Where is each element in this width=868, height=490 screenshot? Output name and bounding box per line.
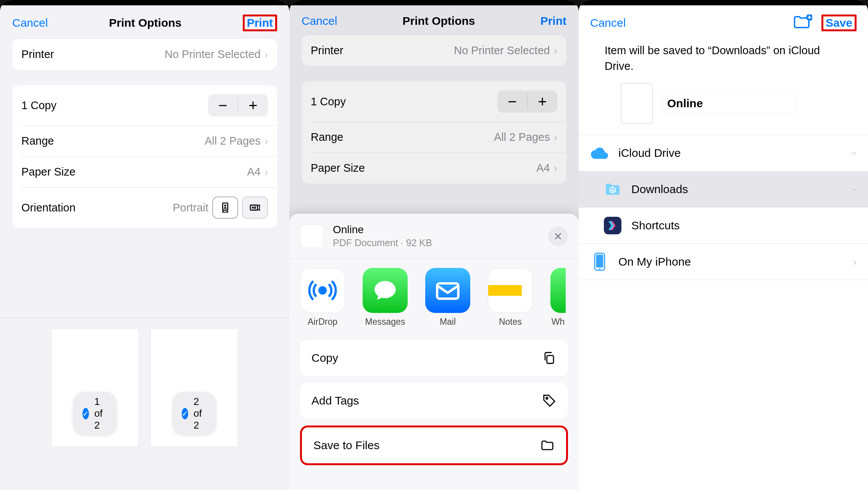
preview-page-1[interactable]: ✓1 of 2 bbox=[51, 329, 139, 447]
orientation-label: Orientation bbox=[21, 201, 76, 214]
paper-size-label: Paper Size bbox=[311, 162, 365, 174]
paper-size-value: A4 bbox=[536, 162, 550, 174]
filename-input[interactable]: Online bbox=[662, 93, 795, 114]
print-button[interactable]: Print bbox=[540, 15, 566, 27]
chevron-down-icon: › bbox=[849, 152, 861, 155]
range-value: All 2 Pages bbox=[205, 135, 261, 147]
chevron-right-icon: › bbox=[554, 131, 557, 143]
icloud-icon bbox=[590, 143, 609, 163]
page-badge-2[interactable]: ✓2 of 2 bbox=[173, 392, 216, 435]
printer-label: Printer bbox=[21, 48, 54, 61]
landscape-icon bbox=[249, 201, 261, 214]
new-folder-button[interactable] bbox=[793, 15, 812, 31]
location-on-my-iphone[interactable]: On My iPhone › bbox=[579, 244, 868, 280]
cancel-button[interactable]: Cancel bbox=[302, 15, 337, 27]
share-app-airdrop[interactable]: AirDrop bbox=[300, 268, 345, 327]
paper-size-label: Paper Size bbox=[21, 166, 76, 178]
print-button[interactable]: Print bbox=[247, 16, 273, 29]
printer-row[interactable]: Printer No Printer Selected› bbox=[302, 35, 566, 66]
share-filename: Online bbox=[333, 224, 367, 237]
copy-icon bbox=[542, 351, 557, 365]
decrement-button[interactable]: − bbox=[208, 94, 238, 116]
svg-rect-6 bbox=[547, 356, 553, 364]
orientation-portrait-button[interactable] bbox=[212, 197, 238, 219]
highlight-save: Save bbox=[821, 15, 857, 31]
folder-plus-icon bbox=[793, 15, 812, 30]
shortcuts-icon bbox=[603, 216, 622, 235]
svg-point-1 bbox=[224, 205, 226, 206]
paper-size-value: A4 bbox=[247, 166, 260, 178]
page-title: Print Options bbox=[109, 16, 182, 29]
iphone-icon bbox=[590, 252, 609, 271]
share-app-messages[interactable]: Messages bbox=[363, 268, 408, 327]
share-app-notes[interactable]: Notes bbox=[488, 268, 533, 327]
close-icon bbox=[554, 232, 562, 240]
mail-icon bbox=[425, 268, 470, 313]
range-row[interactable]: Range All 2 Pages› bbox=[12, 126, 277, 156]
location-shortcuts[interactable]: Shortcuts bbox=[579, 208, 868, 244]
page-title: Print Options bbox=[403, 15, 475, 27]
location-icloud-drive[interactable]: iCloud Drive › bbox=[579, 135, 868, 171]
tag-icon bbox=[542, 393, 557, 408]
chevron-right-icon: › bbox=[265, 166, 268, 178]
checkmark-icon: ✓ bbox=[82, 408, 89, 419]
copies-row: 1 Copy − + bbox=[12, 85, 277, 126]
svg-point-4 bbox=[319, 287, 326, 293]
svg-rect-2 bbox=[250, 205, 258, 210]
increment-button[interactable]: + bbox=[238, 94, 268, 116]
range-label: Range bbox=[21, 135, 54, 147]
file-thumbnail bbox=[621, 83, 653, 124]
share-sheet: Online PDF Document · 92 KB AirDrop Mess… bbox=[289, 214, 579, 490]
close-button[interactable] bbox=[548, 226, 568, 246]
range-label: Range bbox=[311, 131, 343, 143]
share-app-whatsapp[interactable]: Wh bbox=[550, 268, 566, 327]
cancel-button[interactable]: Cancel bbox=[12, 16, 48, 29]
folder-downloads-icon bbox=[603, 180, 622, 199]
cancel-button[interactable]: Cancel bbox=[590, 16, 626, 29]
svg-point-13 bbox=[599, 268, 600, 270]
copies-label: 1 Copy bbox=[311, 95, 346, 108]
save-button[interactable]: Save bbox=[826, 16, 852, 29]
highlight-print: Print bbox=[243, 15, 277, 31]
svg-rect-5 bbox=[437, 284, 458, 299]
location-downloads[interactable]: Downloads › bbox=[579, 171, 868, 208]
range-value: All 2 Pages bbox=[494, 131, 550, 143]
decrement-button[interactable]: − bbox=[497, 90, 527, 113]
copies-row: 1 Copy − + bbox=[302, 81, 566, 122]
paper-size-row[interactable]: Paper Size A4› bbox=[12, 156, 277, 187]
increment-button[interactable]: + bbox=[528, 90, 557, 113]
chevron-right-icon: › bbox=[554, 45, 557, 57]
airdrop-icon bbox=[300, 268, 345, 313]
copy-action[interactable]: Copy bbox=[300, 340, 568, 376]
checkmark-icon: ✓ bbox=[182, 408, 188, 419]
save-description: Item will be saved to “Downloads” on iCl… bbox=[579, 39, 868, 83]
notes-icon bbox=[488, 268, 533, 313]
share-app-mail[interactable]: Mail bbox=[425, 268, 470, 327]
svg-rect-12 bbox=[596, 255, 603, 268]
add-tags-action[interactable]: Add Tags bbox=[300, 383, 568, 419]
preview-page-2[interactable]: ✓2 of 2 bbox=[150, 329, 238, 447]
copies-label: 1 Copy bbox=[21, 99, 56, 112]
share-meta: PDF Document · 92 KB bbox=[333, 237, 539, 248]
printer-label: Printer bbox=[311, 44, 343, 57]
page-preview: ✓1 of 2 ✓2 of 2 bbox=[0, 318, 289, 490]
chevron-right-icon: › bbox=[554, 162, 557, 174]
copies-stepper: − + bbox=[497, 90, 557, 113]
folder-icon bbox=[540, 438, 555, 453]
svg-point-7 bbox=[546, 397, 548, 399]
save-to-files-action[interactable]: Save to Files bbox=[300, 426, 568, 465]
orientation-landscape-button[interactable] bbox=[242, 197, 268, 219]
paper-size-row[interactable]: Paper Size A4› bbox=[302, 153, 566, 184]
page-badge-1[interactable]: ✓1 of 2 bbox=[73, 392, 117, 435]
printer-value: No Printer Selected bbox=[165, 48, 260, 61]
chevron-right-icon: › bbox=[265, 135, 268, 147]
printer-row[interactable]: Printer No Printer Selected› bbox=[12, 39, 277, 70]
whatsapp-icon bbox=[550, 268, 566, 313]
share-thumbnail bbox=[300, 224, 324, 248]
range-row[interactable]: Range All 2 Pages› bbox=[302, 122, 566, 153]
share-apps: AirDrop Messages Mail Notes bbox=[289, 268, 579, 340]
copies-stepper: − + bbox=[208, 94, 268, 116]
chevron-right-icon: › bbox=[265, 48, 268, 61]
orientation-value: Portrait bbox=[173, 201, 208, 214]
orientation-row: Orientation Portrait bbox=[12, 187, 277, 228]
